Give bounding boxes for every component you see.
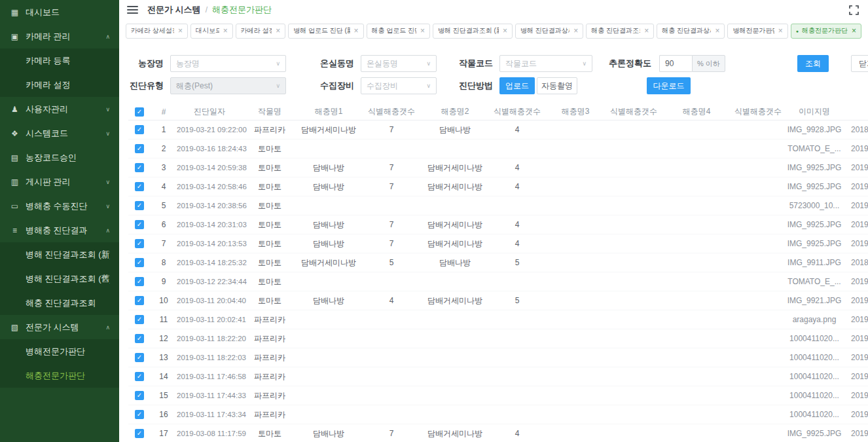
table-row[interactable]: ✓152019-03-11 17:44:33파프리카1000411020...2… — [128, 386, 868, 405]
sidebar-subitem[interactable]: 카메라 등록 — [0, 48, 119, 73]
row-checkbox[interactable]: ✓ — [135, 220, 144, 229]
cell-extra: 2019 — [842, 334, 868, 343]
table-row[interactable]: ✓102019-03-11 20:04:40토마토담배나방4담배거세미나방5IM… — [128, 291, 868, 310]
tab[interactable]: 병해 진단결과상세× — [515, 24, 583, 39]
close-button[interactable]: 닫기 — [851, 55, 868, 72]
tab-close-icon[interactable]: × — [354, 27, 359, 35]
tab[interactable]: 해충 진단결과조회× — [586, 24, 654, 39]
tab[interactable]: 카메라 설정× — [236, 24, 286, 39]
row-checkbox[interactable]: ✓ — [135, 182, 144, 191]
sidebar-subitem[interactable]: 해충전문가판단 — [0, 363, 119, 388]
table-row[interactable]: ✓82019-03-14 18:25:32토마토담배거세미나방5담배나방5IMG… — [128, 253, 868, 272]
row-checkbox[interactable]: ✓ — [135, 125, 144, 134]
accuracy-input[interactable] — [659, 55, 692, 72]
row-checkbox[interactable]: ✓ — [135, 163, 144, 172]
sidebar-subitem[interactable]: 병해 진단결과조회 (舊) — [0, 267, 119, 291]
table-row[interactable]: ✓172019-03-08 11:17:59토마토담배나방7담배거세미나방4IM… — [128, 424, 868, 442]
table-row[interactable]: ✓42019-03-14 20:58:46토마토담배나방7담배거세미나방4IMG… — [128, 177, 868, 196]
sidebar-item[interactable]: ▧전문가 시스템∧ — [0, 315, 119, 339]
table-row[interactable]: ✓132019-03-11 18:22:03파프리카1000411020...2… — [128, 348, 868, 367]
tab[interactable]: 해충 업로드 진단× — [367, 24, 430, 39]
select-all-checkbox[interactable]: ✓ — [135, 107, 144, 117]
cell-pest2: 담배나방 — [423, 124, 487, 136]
cell-no: 1 — [151, 125, 177, 134]
table-row[interactable]: ✓22019-03-16 18:24:43토마토TOMATO_E_...2019 — [128, 139, 868, 158]
sidebar-item[interactable]: ▦대시보드 — [0, 0, 119, 24]
row-checkbox[interactable]: ✓ — [135, 410, 144, 419]
crop-code-select[interactable]: 작물코드 ∨ — [499, 55, 592, 72]
table-row[interactable]: ✓62019-03-14 20:31:03토마토담배나방7담배거세미나방4IMG… — [128, 215, 868, 234]
tab[interactable]: 해충 진단결과상세× — [657, 24, 725, 39]
sidebar-subitem[interactable]: 병해전문가판단 — [0, 339, 119, 363]
tab[interactable]: 병해 업로드 진단 (新)× — [288, 24, 363, 39]
tab-close-icon[interactable]: × — [276, 27, 280, 35]
cell-no: 12 — [151, 334, 177, 343]
tab[interactable]: 카메라 상세설정× — [126, 24, 188, 39]
row-checkbox[interactable]: ✓ — [135, 353, 144, 362]
cell-no: 13 — [151, 353, 177, 362]
row-checkbox[interactable]: ✓ — [135, 258, 144, 267]
row-checkbox[interactable]: ✓ — [135, 391, 144, 400]
tab-close-icon[interactable]: × — [223, 27, 228, 35]
cell-extra: 2019 — [842, 372, 868, 381]
tab-close-icon[interactable]: × — [715, 27, 719, 35]
equipment-select[interactable]: 수집장비 ∨ — [361, 77, 437, 94]
table-row[interactable]: ✓162019-03-11 17:43:34파프리카1000411020...2… — [128, 405, 868, 424]
tab-close-icon[interactable]: × — [178, 27, 183, 35]
row-checkbox[interactable]: ✓ — [135, 296, 144, 305]
method-upload-button[interactable]: 업로드 — [499, 77, 535, 94]
cell-image: 1000411020... — [787, 410, 842, 419]
table-row[interactable]: ✓52019-03-14 20:38:56토마토5723000_10...201… — [128, 196, 868, 215]
search-button[interactable]: 조회 — [797, 55, 829, 72]
row-checkbox[interactable]: ✓ — [135, 429, 144, 438]
fullscreen-icon[interactable] — [849, 5, 859, 15]
table-row[interactable]: ✓32019-03-14 20:59:38토마토담배나방7담배거세미나방4IMG… — [128, 158, 868, 177]
row-checkbox[interactable]: ✓ — [135, 201, 144, 210]
row-checkbox[interactable]: ✓ — [135, 277, 144, 286]
tab-close-icon[interactable]: × — [503, 27, 507, 35]
sidebar-item[interactable]: ▤농장코드승인 — [0, 145, 119, 170]
tab[interactable]: 대시보드× — [190, 24, 233, 39]
farm-name-select[interactable]: 농장명 ∨ — [170, 55, 286, 72]
cell-crop: 토마토 — [242, 257, 297, 268]
tab-close-icon[interactable]: × — [573, 27, 578, 35]
column-header: 진단일자 — [177, 106, 242, 117]
sidebar-item[interactable]: ▭병해충 수동진단∨ — [0, 194, 119, 218]
row-checkbox[interactable]: ✓ — [135, 315, 144, 324]
row-checkbox[interactable]: ✓ — [135, 144, 144, 153]
cell-image: TOMATO_E_... — [787, 144, 842, 153]
cell-image: IMG_9925.JPG — [787, 163, 842, 172]
tab-close-icon[interactable]: × — [644, 27, 649, 35]
sidebar-item[interactable]: ▣카메라 관리∧ — [0, 24, 119, 48]
table-row[interactable]: ✓112019-03-11 20:02:41파프리카aragaya.png201… — [128, 310, 868, 329]
table-row[interactable]: ✓122019-03-11 18:22:20파프리카1000411020...2… — [128, 329, 868, 348]
download-button[interactable]: 다운로드 — [647, 77, 691, 94]
sidebar-item[interactable]: ♟사용자관리∨ — [0, 97, 119, 121]
tab[interactable]: 병해 진단결과조회 (新)× — [433, 24, 513, 39]
sidebar-subitem[interactable]: 카메라 설정 — [0, 73, 119, 97]
tab[interactable]: 병해전문가판단× — [727, 24, 787, 39]
sidebar-subitem[interactable]: 병해 진단결과조회 (新) — [0, 242, 119, 267]
row-checkbox[interactable]: ✓ — [135, 334, 144, 343]
sidebar-item[interactable]: ▥게시판 관리∨ — [0, 170, 119, 194]
menu-toggle-icon[interactable] — [127, 6, 138, 14]
table-row[interactable]: ✓92019-03-12 22:34:44토마토TOMATO_E_...2019 — [128, 272, 868, 291]
tab-close-icon[interactable]: × — [778, 27, 783, 35]
row-checkbox[interactable]: ✓ — [135, 372, 144, 381]
sidebar-subitem[interactable]: 해충 진단결과조회 — [0, 291, 119, 315]
sidebar-item[interactable]: ❖시스템코드∨ — [0, 121, 119, 145]
table-row[interactable]: ✓12019-03-21 09:22:00파프리카담배거세미나방7담배나방4IM… — [128, 120, 868, 139]
tab-active[interactable]: ●해충전문가판단× — [791, 24, 861, 39]
cell-date: 2019-03-14 18:25:32 — [177, 259, 242, 267]
tab-close-icon[interactable]: × — [420, 27, 425, 35]
table-row[interactable]: ✓72019-03-14 20:13:53토마토담배나방7담배거세미나방4IMG… — [128, 234, 868, 253]
row-checkbox[interactable]: ✓ — [135, 239, 144, 248]
table-row[interactable]: ✓142019-03-11 17:46:58파프리카1000411020...2… — [128, 367, 868, 386]
chevron-down-icon: ∨ — [422, 60, 431, 67]
sidebar-item[interactable]: ≡병해충 진단결과∧ — [0, 218, 119, 242]
diagnosis-type-select[interactable]: 해충(Pest) ∨ — [170, 77, 286, 94]
tab-close-icon[interactable]: × — [852, 27, 856, 35]
method-auto-capture-button[interactable]: 자동촬영 — [537, 77, 577, 94]
column-header: # — [151, 107, 177, 117]
greenhouse-select[interactable]: 온실동명 ∨ — [361, 55, 437, 72]
